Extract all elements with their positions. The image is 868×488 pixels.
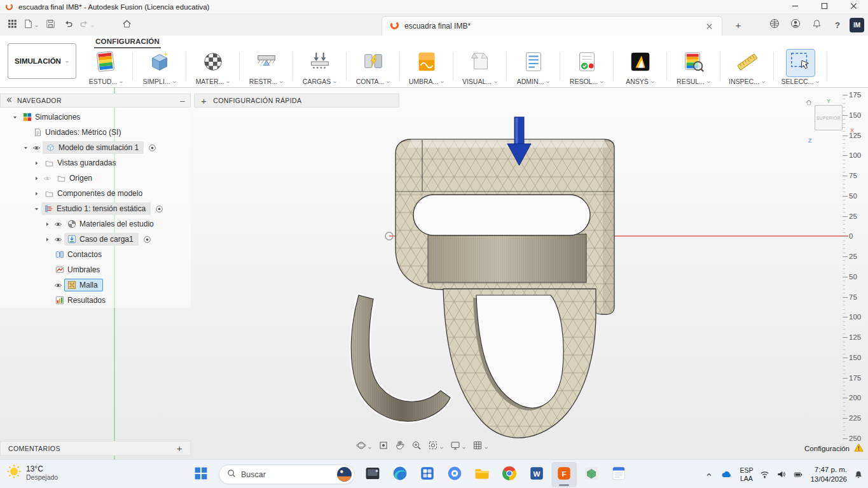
- taskbar-app-chrome[interactable]: [497, 462, 522, 487]
- language-indicator[interactable]: ESP LAA: [740, 466, 753, 482]
- ribbon-group-seleccionar[interactable]: SELECC...: [774, 48, 827, 85]
- expander-closed-icon[interactable]: [32, 191, 41, 197]
- maximize-button[interactable]: [809, 0, 839, 13]
- viewport[interactable]: 1751501251007550250255075100125150175200…: [0, 88, 868, 459]
- zoom-tool-button[interactable]: [409, 439, 424, 454]
- ribbon-group-visualizar[interactable]: VISUAL...: [453, 48, 507, 85]
- expander-closed-icon[interactable]: [43, 237, 52, 242]
- workspace-selector[interactable]: SIMULACIÓN: [8, 43, 76, 79]
- tree-item-malla[interactable]: Malla: [0, 277, 191, 293]
- taskbar-app-fusion[interactable]: F: [551, 462, 577, 487]
- redo-button[interactable]: [78, 17, 97, 33]
- taskbar-app-widgets[interactable]: [415, 462, 440, 487]
- wifi-icon[interactable]: [760, 470, 769, 479]
- taskbar-app-teams[interactable]: [442, 462, 467, 487]
- tree-item-estudio-1-tensi-n-est-tica[interactable]: Estudio 1: tensión estática: [0, 201, 191, 216]
- minimize-panel-icon[interactable]: –: [180, 97, 185, 105]
- viewcube-face[interactable]: SUPERIOR: [815, 105, 843, 130]
- ribbon-group-contactos[interactable]: CONTA...: [347, 48, 400, 85]
- battery-icon[interactable]: [793, 470, 803, 479]
- save-button[interactable]: [42, 17, 59, 33]
- taskbar-app-word[interactable]: W: [524, 462, 549, 487]
- undo-button[interactable]: [60, 17, 76, 33]
- ribbon-group-umbrales[interactable]: UMBRA...: [400, 48, 453, 85]
- look-at-tool-button[interactable]: [376, 439, 391, 454]
- activate-radio-icon[interactable]: [148, 144, 156, 152]
- close-button[interactable]: [839, 0, 868, 13]
- eye-icon[interactable]: [52, 281, 64, 289]
- taskbar-app-snapshot[interactable]: [360, 462, 385, 487]
- volume-icon[interactable]: [776, 470, 786, 479]
- ribbon-group-cargas[interactable]: CARGAS: [293, 48, 347, 85]
- tab-configuracion[interactable]: CONFIGURACIÓN: [94, 37, 161, 48]
- expander-closed-icon[interactable]: [32, 160, 41, 166]
- user-avatar[interactable]: IM: [850, 18, 864, 32]
- search-box[interactable]: Buscar: [219, 464, 355, 484]
- expand-quick-setup-icon[interactable]: +: [201, 96, 207, 106]
- tree-item-materiales-del-estudio[interactable]: Materiales del estudio: [0, 216, 191, 232]
- tree-item-contactos[interactable]: Contactos: [0, 247, 191, 262]
- view-cube[interactable]: Y SUPERIOR X Z: [806, 98, 851, 154]
- ribbon-group-administrar[interactable]: ADMIN...: [507, 48, 560, 85]
- ribbon-group-resolver[interactable]: RESOL...: [560, 48, 614, 85]
- tree-item-modelo-de-simulaci-n-1[interactable]: Modelo de simulación 1: [0, 140, 191, 155]
- quick-setup-tab[interactable]: + CONFIGURACIÓN RÁPIDA: [194, 94, 399, 108]
- taskbar-app-cad-viewer[interactable]: [579, 462, 604, 487]
- ribbon-group-resultados[interactable]: RESUL...: [667, 48, 720, 85]
- add-comment-icon[interactable]: +: [177, 443, 183, 453]
- tree-item-unidades-m-trico-si[interactable]: Unidades: Métrico (SI): [0, 125, 191, 140]
- tree-item-caso-de-carga1[interactable]: Caso de carga1: [0, 232, 191, 247]
- notification-bell-icon[interactable]: [854, 470, 863, 479]
- taskbar-app-notes[interactable]: [606, 462, 631, 487]
- ribbon-group-ansys[interactable]: ANSYS: [614, 48, 667, 85]
- tree-item-simulaciones[interactable]: Simulaciones: [0, 109, 191, 125]
- activate-radio-icon[interactable]: [143, 235, 151, 244]
- expander-open-icon[interactable]: [10, 115, 20, 120]
- expander-open-icon[interactable]: [21, 145, 31, 151]
- eye-off-icon[interactable]: [41, 174, 53, 183]
- tray-overflow-button[interactable]: [705, 471, 713, 478]
- expander-open-icon[interactable]: [32, 206, 41, 212]
- tree-item-resultados[interactable]: Resultados: [0, 293, 191, 308]
- eye-icon[interactable]: [52, 220, 64, 228]
- tree-item-componentes-de-modelo[interactable]: Componentes de modelo: [0, 186, 191, 201]
- document-tab[interactable]: escuadra final IMB*: [382, 16, 722, 36]
- grid-tool-button[interactable]: [470, 439, 491, 454]
- viewcube-home-icon[interactable]: [806, 99, 812, 107]
- comments-panel[interactable]: COMENTARIOS +: [0, 441, 191, 456]
- file-menu-button[interactable]: [22, 17, 41, 33]
- tree-item-origen[interactable]: Origen: [0, 171, 191, 186]
- onedrive-cloud-icon[interactable]: [720, 470, 733, 480]
- search-highlight-photo[interactable]: [336, 466, 352, 482]
- tree-item-umbrales[interactable]: Umbrales: [0, 262, 191, 277]
- fit-tool-button[interactable]: [425, 439, 446, 454]
- expander-closed-icon[interactable]: [43, 221, 52, 227]
- app-grid-menu-button[interactable]: [4, 17, 20, 33]
- display-tool-button[interactable]: [448, 439, 469, 454]
- minimize-button[interactable]: [780, 0, 809, 13]
- ribbon-group-restricciones[interactable]: RESTR...: [240, 48, 293, 85]
- clock[interactable]: 7:47 p. m. 13/04/2026: [810, 465, 847, 484]
- tree-item-vistas-guardadas[interactable]: Vistas guardadas: [0, 155, 191, 171]
- configuration-status[interactable]: Configuración: [804, 443, 864, 454]
- pan-tool-button[interactable]: [392, 439, 408, 454]
- ribbon-group-inspeccionar[interactable]: INSPEC...: [720, 48, 774, 85]
- orbit-tool-button[interactable]: [354, 439, 375, 454]
- eye-icon[interactable]: [52, 235, 64, 244]
- mesh-model[interactable]: [351, 139, 614, 438]
- taskbar-app-edge[interactable]: [387, 462, 413, 487]
- help-button[interactable]: ?: [829, 17, 846, 33]
- notifications-button[interactable]: [808, 17, 825, 33]
- new-tab-button[interactable]: +: [731, 18, 745, 32]
- start-button[interactable]: [188, 462, 214, 487]
- weather-widget[interactable]: 13°C Despejado: [6, 464, 58, 482]
- ribbon-group-materiales[interactable]: MATER...: [186, 48, 240, 85]
- activate-radio-icon[interactable]: [155, 205, 163, 213]
- eye-icon[interactable]: [31, 144, 43, 152]
- account-button[interactable]: [787, 17, 804, 33]
- close-tab-icon[interactable]: [705, 22, 714, 31]
- expander-closed-icon[interactable]: [32, 176, 41, 181]
- extensions-button[interactable]: [766, 17, 783, 33]
- taskbar-app-explorer[interactable]: [469, 462, 495, 487]
- collapse-panel-icon[interactable]: [6, 97, 12, 104]
